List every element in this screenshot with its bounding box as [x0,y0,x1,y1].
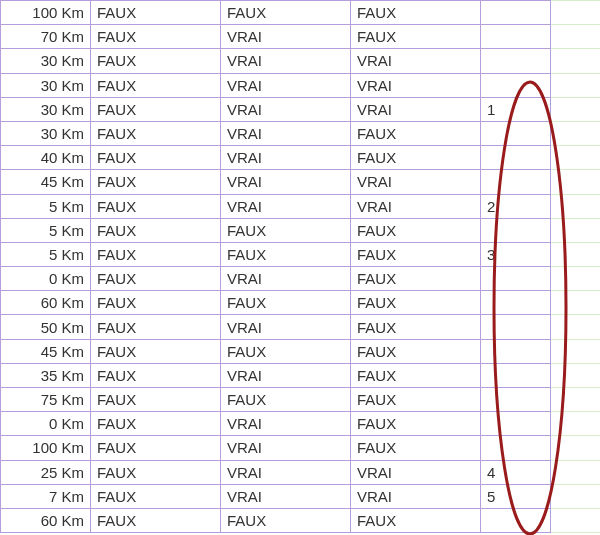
table-row[interactable]: 35 KmFAUXVRAIFAUX [1,363,601,387]
cell-col-b[interactable]: FAUX [221,339,351,363]
cell-col-a[interactable]: FAUX [91,436,221,460]
cell-count[interactable] [481,363,551,387]
cell-col-b[interactable]: VRAI [221,170,351,194]
table-row[interactable]: 60 KmFAUXFAUXFAUX [1,508,601,532]
cell-empty[interactable] [551,146,601,170]
cell-col-b[interactable]: VRAI [221,97,351,121]
cell-km[interactable]: 7 Km [1,484,91,508]
table-row[interactable]: 30 KmFAUXVRAIVRAI [1,73,601,97]
cell-col-b[interactable]: VRAI [221,194,351,218]
cell-count[interactable] [481,339,551,363]
cell-km[interactable]: 70 Km [1,25,91,49]
cell-count[interactable] [481,25,551,49]
cell-count[interactable] [481,73,551,97]
cell-count[interactable] [481,436,551,460]
table-row[interactable]: 50 KmFAUXVRAIFAUX [1,315,601,339]
table-row[interactable]: 100 KmFAUXFAUXFAUX [1,1,601,25]
table-row[interactable]: 25 KmFAUXVRAIVRAI4 [1,460,601,484]
cell-col-c[interactable]: VRAI [351,194,481,218]
cell-col-c[interactable]: VRAI [351,170,481,194]
cell-col-c[interactable]: VRAI [351,49,481,73]
cell-km[interactable]: 100 Km [1,1,91,25]
cell-empty[interactable] [551,170,601,194]
cell-count[interactable] [481,218,551,242]
cell-empty[interactable] [551,267,601,291]
cell-km[interactable]: 45 Km [1,339,91,363]
cell-col-b[interactable]: VRAI [221,25,351,49]
table-row[interactable]: 5 KmFAUXVRAIVRAI2 [1,194,601,218]
cell-col-a[interactable]: FAUX [91,388,221,412]
cell-km[interactable]: 25 Km [1,460,91,484]
cell-col-b[interactable]: VRAI [221,412,351,436]
cell-col-c[interactable]: FAUX [351,339,481,363]
cell-empty[interactable] [551,484,601,508]
cell-km[interactable]: 30 Km [1,73,91,97]
cell-count[interactable] [481,170,551,194]
cell-col-a[interactable]: FAUX [91,363,221,387]
cell-col-b[interactable]: VRAI [221,436,351,460]
cell-empty[interactable] [551,73,601,97]
cell-km[interactable]: 75 Km [1,388,91,412]
cell-empty[interactable] [551,291,601,315]
cell-col-b[interactable]: FAUX [221,291,351,315]
cell-empty[interactable] [551,25,601,49]
cell-count[interactable] [481,412,551,436]
cell-col-c[interactable]: VRAI [351,97,481,121]
cell-col-b[interactable]: FAUX [221,218,351,242]
cell-col-a[interactable]: FAUX [91,97,221,121]
cell-km[interactable]: 5 Km [1,194,91,218]
table-row[interactable]: 45 KmFAUXFAUXFAUX [1,339,601,363]
cell-col-b[interactable]: FAUX [221,508,351,532]
cell-col-c[interactable]: FAUX [351,218,481,242]
cell-col-a[interactable]: FAUX [91,412,221,436]
cell-km[interactable]: 0 Km [1,412,91,436]
cell-km[interactable]: 40 Km [1,146,91,170]
cell-count[interactable] [481,267,551,291]
cell-km[interactable]: 50 Km [1,315,91,339]
cell-col-a[interactable]: FAUX [91,218,221,242]
cell-col-a[interactable]: FAUX [91,146,221,170]
cell-col-a[interactable]: FAUX [91,1,221,25]
table-row[interactable]: 75 KmFAUXFAUXFAUX [1,388,601,412]
cell-col-a[interactable]: FAUX [91,291,221,315]
cell-empty[interactable] [551,194,601,218]
cell-col-c[interactable]: FAUX [351,388,481,412]
cell-col-c[interactable]: FAUX [351,436,481,460]
cell-col-a[interactable]: FAUX [91,315,221,339]
cell-empty[interactable] [551,436,601,460]
cell-col-b[interactable]: VRAI [221,484,351,508]
cell-count[interactable]: 2 [481,194,551,218]
cell-col-b[interactable]: VRAI [221,146,351,170]
cell-count[interactable] [481,291,551,315]
cell-col-b[interactable]: VRAI [221,267,351,291]
cell-empty[interactable] [551,218,601,242]
cell-km[interactable]: 60 Km [1,508,91,532]
cell-col-c[interactable]: FAUX [351,315,481,339]
cell-count[interactable] [481,315,551,339]
table-row[interactable]: 30 KmFAUXVRAIFAUX [1,121,601,145]
cell-col-a[interactable]: FAUX [91,49,221,73]
cell-col-a[interactable]: FAUX [91,508,221,532]
cell-col-a[interactable]: FAUX [91,25,221,49]
cell-col-a[interactable]: FAUX [91,194,221,218]
cell-col-b[interactable]: VRAI [221,49,351,73]
cell-col-b[interactable]: VRAI [221,121,351,145]
cell-count[interactable]: 3 [481,242,551,266]
cell-col-a[interactable]: FAUX [91,73,221,97]
cell-col-a[interactable]: FAUX [91,170,221,194]
cell-col-a[interactable]: FAUX [91,242,221,266]
cell-empty[interactable] [551,363,601,387]
cell-count[interactable] [481,146,551,170]
table-row[interactable]: 60 KmFAUXFAUXFAUX [1,291,601,315]
cell-km[interactable]: 5 Km [1,242,91,266]
table-row[interactable]: 5 KmFAUXFAUXFAUX [1,218,601,242]
table-row[interactable]: 7 KmFAUXVRAIVRAI5 [1,484,601,508]
cell-col-c[interactable]: FAUX [351,1,481,25]
table-row[interactable]: 30 KmFAUXVRAIVRAI [1,49,601,73]
cell-col-b[interactable]: FAUX [221,1,351,25]
cell-col-a[interactable]: FAUX [91,121,221,145]
cell-empty[interactable] [551,1,601,25]
cell-col-b[interactable]: FAUX [221,242,351,266]
cell-count[interactable]: 4 [481,460,551,484]
table-row[interactable]: 100 KmFAUXVRAIFAUX [1,436,601,460]
